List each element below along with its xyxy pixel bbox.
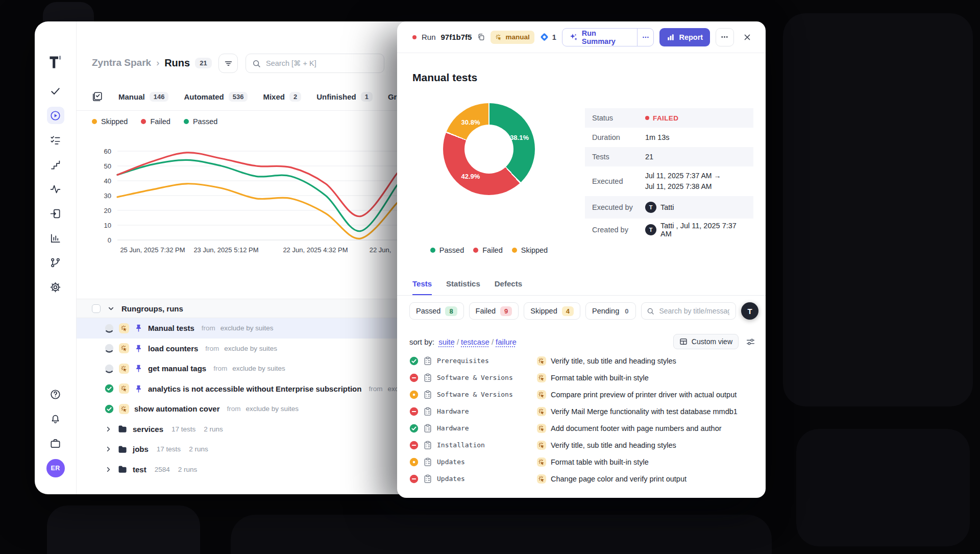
status-passed-icon — [105, 384, 114, 393]
chip-label: Passed — [416, 307, 440, 315]
chevron-right-icon[interactable] — [105, 425, 112, 433]
test-row[interactable]: Software & VersionsFormat table with bui… — [409, 369, 766, 386]
folder-icon — [117, 464, 128, 474]
search-icon — [252, 59, 261, 68]
filter-chip-skipped[interactable]: Skipped4 — [524, 302, 580, 320]
filter-chip-passed[interactable]: Passed8 — [409, 302, 464, 320]
test-title-cell: Format table with built-in style — [537, 457, 649, 467]
donut-legend: PassedFailedSkipped — [412, 246, 566, 254]
search-input[interactable] — [265, 59, 378, 68]
run-status-dot — [412, 35, 416, 39]
test-row[interactable]: UpdatesChange page color and verify prin… — [409, 470, 766, 487]
test-row[interactable]: HardwareAdd document footer with page nu… — [409, 420, 766, 437]
help-icon[interactable] — [47, 386, 64, 403]
chevron-right-icon[interactable] — [105, 466, 112, 473]
chevron-down-icon[interactable] — [107, 305, 115, 312]
linked-issues[interactable]: 1 — [540, 32, 556, 42]
report-button[interactable]: Report — [659, 28, 710, 46]
svg-text:23 Jun, 2025 5:12 PM: 23 Jun, 2025 5:12 PM — [193, 246, 258, 254]
filter-chip-failed[interactable]: Failed9 — [469, 302, 519, 320]
sidebar-item-import[interactable] — [47, 205, 64, 222]
suite-name: Hardware — [437, 407, 469, 415]
suite-name: Software & Versions — [437, 391, 513, 398]
tab-count-badge: 146 — [150, 92, 169, 102]
user-avatar[interactable]: ER — [46, 459, 65, 477]
suite-name: Updates — [437, 475, 465, 483]
more-options-icon[interactable] — [716, 28, 734, 46]
test-row[interactable]: InstallationVerify title, sub title and … — [409, 437, 766, 453]
sort-link-testcase[interactable]: testcase — [461, 338, 489, 346]
desktop-background: ER Zyntra Spark › Runs 21 Manual146Autom… — [0, 0, 980, 554]
manual-tag[interactable]: manual — [491, 31, 534, 44]
legend-item-skipped: Skipped — [92, 117, 128, 126]
legend-dot — [430, 248, 435, 253]
app-logo-icon[interactable] — [47, 54, 64, 71]
select-all-checkbox[interactable] — [92, 304, 101, 313]
search-icon — [647, 307, 654, 315]
donut-slice-label: 38.1% — [510, 133, 529, 141]
pin-icon — [134, 364, 143, 373]
chevron-right-icon[interactable] — [105, 445, 112, 453]
legend-dot — [512, 248, 517, 253]
breadcrumb-project[interactable]: Zyntra Spark — [92, 57, 151, 68]
sidebar-item-analytics[interactable] — [47, 180, 64, 198]
status-passed-icon — [409, 356, 419, 366]
filter-button[interactable] — [218, 54, 238, 73]
sort-link-failure[interactable]: failure — [496, 338, 517, 346]
drawer-tabs: TestsStatisticsDefects — [397, 275, 766, 296]
close-icon[interactable] — [740, 29, 755, 45]
brand-avatar[interactable]: T — [741, 302, 758, 320]
test-row[interactable]: PrerequisitesVerify title, sub title and… — [409, 352, 766, 369]
chip-count: 9 — [500, 306, 512, 316]
notifications-bell-icon[interactable] — [47, 410, 64, 427]
test-suite-cell: Prerequisites — [409, 356, 537, 366]
tab-manual[interactable]: Manual146 — [118, 92, 168, 102]
run-name: show automation cover — [134, 404, 220, 413]
sidebar-item-runs[interactable] — [47, 107, 64, 124]
tab-unfinished[interactable]: Unfinished1 — [316, 92, 373, 102]
manual-run-icon — [119, 383, 129, 394]
sidebar-item-tasks[interactable] — [47, 82, 64, 100]
test-title-cell: Verify title, sub title and heading styl… — [537, 356, 676, 366]
drawer-tab-tests[interactable]: Tests — [412, 275, 432, 295]
sidebar-item-settings[interactable] — [47, 278, 64, 296]
sidebar-item-milestones[interactable] — [47, 156, 64, 173]
run-source: exclude by suites — [220, 324, 274, 332]
info-row-executed-by: Executed byTTatti — [585, 196, 753, 219]
custom-view-button[interactable]: Custom view — [673, 334, 739, 349]
legend-dot — [141, 119, 146, 124]
select-runs-icon[interactable] — [92, 91, 103, 102]
status-passed-icon — [105, 404, 114, 414]
sort-link-suite[interactable]: suite — [438, 338, 455, 346]
test-row[interactable]: UpdatesFormat table with built-in style — [409, 453, 766, 470]
sort-by-label: sort by: — [409, 338, 434, 346]
sidebar-item-reports[interactable] — [47, 229, 64, 247]
drawer-tab-defects[interactable]: Defects — [495, 275, 522, 295]
filter-chip-pending[interactable]: Pending0 — [585, 302, 636, 320]
test-row[interactable]: HardwareVerify Mail Merge functionality … — [409, 403, 766, 420]
sidebar-item-test-plans[interactable] — [47, 131, 64, 149]
projects-icon[interactable] — [47, 435, 64, 452]
drawer-tab-statistics[interactable]: Statistics — [446, 275, 480, 295]
test-row[interactable]: Software & VersionsCompare print preview… — [409, 386, 766, 403]
copy-icon[interactable] — [477, 33, 485, 41]
test-suite-cell: Installation — [409, 441, 537, 450]
from-label: from — [213, 365, 227, 372]
tab-count-badge: 2 — [289, 92, 301, 102]
linked-issues-count: 1 — [552, 33, 556, 41]
tab-automated[interactable]: Automated536 — [184, 92, 248, 102]
testcase-icon — [423, 441, 432, 450]
test-title: Verify Mail Merge functionality with tes… — [551, 407, 738, 416]
test-suite-cell: Updates — [409, 457, 537, 467]
run-summary-more-icon[interactable] — [638, 29, 653, 46]
tests-search-input[interactable] — [658, 306, 730, 316]
test-suite-cell: Software & Versions — [409, 373, 537, 382]
sidebar-item-branches[interactable] — [47, 254, 64, 271]
status-failed-icon — [409, 407, 419, 416]
display-settings-icon[interactable] — [746, 337, 755, 347]
run-summary-button[interactable]: Run Summary — [562, 29, 637, 45]
manual-run-icon — [119, 343, 129, 353]
tab-mixed[interactable]: Mixed2 — [263, 92, 301, 102]
donut-legend-failed: Failed — [473, 246, 503, 254]
drawer-header-actions: 1 Run Summary Report — [540, 28, 755, 46]
